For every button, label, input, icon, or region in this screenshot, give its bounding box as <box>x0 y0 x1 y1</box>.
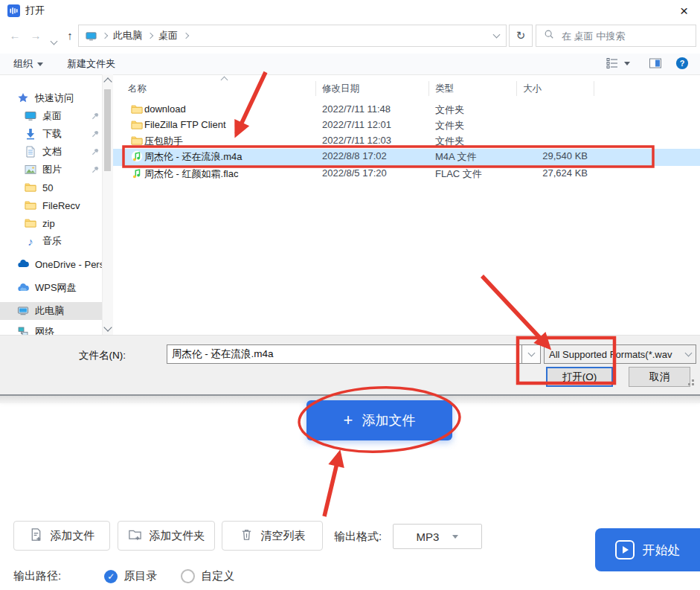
sidebar-item-onedrive[interactable]: OneDrive - Pers <box>0 255 103 273</box>
scroll-up-icon[interactable] <box>103 77 112 86</box>
network-icon <box>17 326 29 335</box>
sidebar-item-music[interactable]: ♪ 音乐 <box>0 232 103 250</box>
sidebar-item-this-pc[interactable]: 此电脑 <box>0 302 103 320</box>
location-icon <box>86 31 97 42</box>
sidebar-item-downloads[interactable]: 下载 <box>0 125 103 143</box>
chevron-down-icon <box>685 350 693 357</box>
view-options-chevron[interactable] <box>624 62 630 65</box>
screen: 打开 × ← → ↑ 此电脑 桌面 ↻ <box>0 0 700 590</box>
recent-locations-chevron-icon[interactable] <box>45 31 62 50</box>
address-dropdown-chevron-icon[interactable] <box>493 31 501 39</box>
play-icon <box>615 540 635 559</box>
file-row-flac[interactable]: 周杰伦 - 红颜如霜.flac 2022/8/5 17:20 FLAC 文件 2… <box>113 166 700 182</box>
new-folder-button[interactable]: 新建文件夹 <box>67 57 115 71</box>
file-row-zip-helper[interactable]: 压包助手 2022/7/11 12:03 文件夹 <box>113 133 700 149</box>
sidebar-item-documents[interactable]: 文档 <box>0 143 103 161</box>
sidebar-item-50[interactable]: 50 <box>0 179 103 196</box>
preview-pane-icon[interactable] <box>649 57 662 70</box>
sidebar-item-desktop[interactable]: 桌面 <box>0 107 103 125</box>
radio-custom-unselected[interactable] <box>181 569 195 583</box>
folder-icon <box>131 103 143 115</box>
clear-list-button[interactable]: 清空列表 <box>222 521 323 551</box>
music-note-icon: ♪ <box>25 235 36 247</box>
filename-label: 文件名(N): <box>79 349 126 362</box>
refresh-button[interactable]: ↻ <box>509 25 533 47</box>
file-type-select[interactable]: All Supported Formats(*.wav <box>544 344 696 364</box>
resize-grip[interactable] <box>688 383 690 385</box>
folder-icon <box>25 199 36 211</box>
chevron-down-icon <box>527 350 535 357</box>
dialog-title: 打开 <box>25 4 45 17</box>
navigation-bar: ← → ↑ 此电脑 桌面 ↻ <box>0 22 700 49</box>
open-file-dialog: 打开 × ← → ↑ 此电脑 桌面 ↻ <box>0 0 700 396</box>
output-format-select[interactable]: MP3 <box>393 524 482 549</box>
sidebar-item-filerecv[interactable]: FileRecv <box>0 196 103 214</box>
column-name[interactable]: 名称 <box>128 83 147 95</box>
search-icon <box>544 29 554 42</box>
search-box[interactable] <box>536 25 696 47</box>
breadcrumb-separator-icon <box>183 33 189 39</box>
output-path-label: 输出路径: <box>13 569 61 583</box>
dialog-main: 快速访问 桌面 下载 文档 <box>0 74 700 335</box>
plus-icon: + <box>344 412 353 429</box>
back-icon[interactable]: ← <box>6 26 24 45</box>
pin-icon <box>91 112 100 121</box>
sort-ascending-icon <box>221 77 228 84</box>
column-size[interactable]: 大小 <box>523 83 542 95</box>
column-date-modified[interactable]: 修改日期 <box>322 83 359 95</box>
sidebar-item-network[interactable]: 网络 <box>0 323 103 335</box>
pictures-icon <box>25 164 36 176</box>
quick-access-star-icon <box>17 92 29 104</box>
sidebar-item-wps-cloud[interactable]: WPS网盘 <box>0 279 103 297</box>
breadcrumb-this-pc[interactable]: 此电脑 <box>113 29 142 42</box>
desktop-icon <box>25 110 36 122</box>
organize-button[interactable]: 组织 <box>13 57 43 71</box>
scrollbar-thumb[interactable] <box>104 89 111 171</box>
add-file-button[interactable]: 添加文件 <box>13 521 110 551</box>
close-icon[interactable]: × <box>675 4 693 18</box>
organize-dropdown-icon <box>37 62 43 66</box>
file-row-m4a-selected[interactable]: 周杰伦 - 还在流浪.m4a 2022/8/8 17:02 M4A 文件 29,… <box>113 149 700 166</box>
scroll-down-icon[interactable] <box>103 323 112 331</box>
breadcrumb-separator-icon <box>102 33 108 39</box>
sidebar-item-zip[interactable]: zip <box>0 214 103 232</box>
sidebar-item-quick-access[interactable]: 快速访问 <box>0 89 103 107</box>
start-processing-button[interactable]: 开始处 <box>595 528 700 571</box>
column-type[interactable]: 类型 <box>435 83 454 95</box>
file-list: 名称 修改日期 类型 大小 download 2022/7/11 11:48 文… <box>113 74 700 335</box>
search-input[interactable] <box>560 30 688 42</box>
add-folder-button[interactable]: 添加文件夹 <box>118 521 215 551</box>
view-options-icon[interactable] <box>606 57 619 70</box>
wps-cloud-icon <box>17 282 29 294</box>
cancel-button[interactable]: 取消 <box>629 367 690 387</box>
file-plus-icon <box>29 528 43 544</box>
computer-icon <box>17 305 29 317</box>
output-format-label: 输出格式: <box>334 530 382 544</box>
address-bar[interactable]: 此电脑 桌面 <box>78 25 507 47</box>
filename-input[interactable] <box>167 344 522 364</box>
up-icon[interactable]: ↑ <box>61 26 79 45</box>
pin-icon <box>91 129 100 138</box>
onedrive-cloud-icon <box>17 258 29 270</box>
breadcrumb-separator-icon <box>147 33 153 39</box>
folder-plus-icon <box>128 528 142 544</box>
column-headers: 名称 修改日期 类型 大小 <box>113 79 700 98</box>
file-row-download[interactable]: download 2022/7/11 11:48 文件夹 <box>113 102 700 118</box>
music-file-icon <box>131 167 143 179</box>
filename-dropdown-button[interactable] <box>521 344 541 364</box>
open-button[interactable]: 打开(O) <box>546 367 613 387</box>
sidebar-scrollbar[interactable] <box>102 74 113 335</box>
svg-text:?: ? <box>680 59 685 68</box>
check-icon: ✓ <box>107 571 115 582</box>
radio-original-dir-selected[interactable]: ✓ <box>104 570 118 583</box>
radio-original-dir-label[interactable]: 原目录 <box>123 569 157 583</box>
forward-icon[interactable]: → <box>27 26 45 45</box>
trash-icon <box>240 528 254 544</box>
breadcrumb-desktop[interactable]: 桌面 <box>158 29 178 42</box>
help-icon[interactable]: ? <box>675 57 689 70</box>
navigation-pane: 快速访问 桌面 下载 文档 <box>0 74 113 335</box>
file-row-filezilla[interactable]: FileZilla FTP Client 2022/7/11 12:01 文件夹 <box>113 118 700 133</box>
radio-custom-label[interactable]: 自定义 <box>201 569 234 583</box>
add-files-primary-button[interactable]: + 添加文件 <box>306 400 452 440</box>
sidebar-item-pictures[interactable]: 图片 <box>0 161 103 179</box>
